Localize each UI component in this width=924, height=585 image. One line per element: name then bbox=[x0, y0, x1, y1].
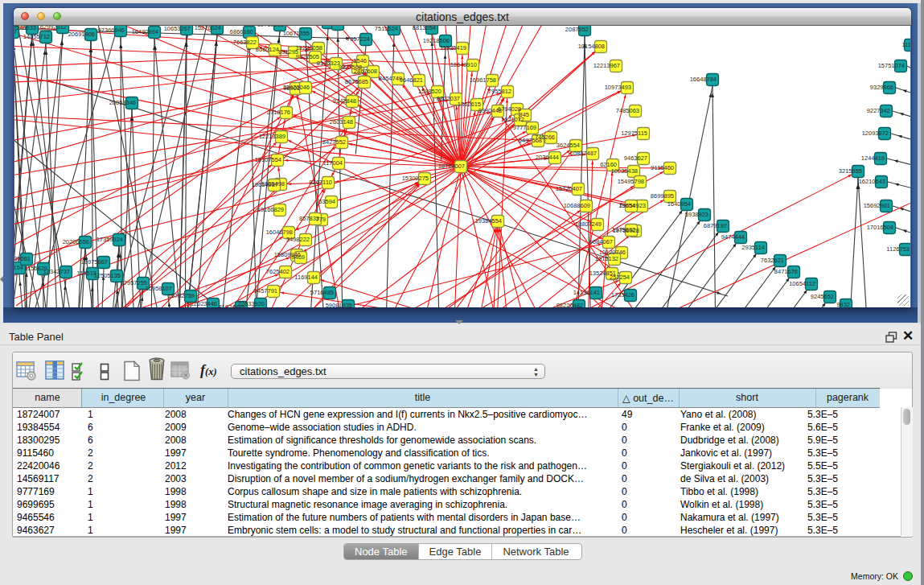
svg-text:62992312: 62992312 bbox=[40, 26, 67, 31]
svg-text:1615132: 1615132 bbox=[595, 255, 618, 262]
svg-text:7485063: 7485063 bbox=[616, 107, 639, 114]
svg-text:17016504: 17016504 bbox=[867, 224, 893, 231]
svg-text:9115460: 9115460 bbox=[651, 164, 674, 171]
svg-text:19654: 19654 bbox=[618, 202, 635, 209]
svg-text:16046798: 16046798 bbox=[266, 229, 293, 236]
svg-text:17957255: 17957255 bbox=[121, 279, 147, 286]
svg-text:18724007: 18724007 bbox=[438, 163, 465, 170]
svg-text:20206556: 20206556 bbox=[63, 238, 89, 245]
svg-text:12023446: 12023446 bbox=[191, 300, 217, 307]
svg-text:2087652: 2087652 bbox=[565, 26, 589, 33]
svg-text:15692901: 15692901 bbox=[864, 202, 890, 209]
svg-text:16480894: 16480894 bbox=[132, 28, 158, 35]
svg-text:10025438: 10025438 bbox=[611, 167, 638, 175]
svg-text:1640954: 1640954 bbox=[667, 200, 691, 208]
svg-text:1435061: 1435061 bbox=[14, 255, 31, 262]
svg-text:18807249: 18807249 bbox=[575, 220, 602, 228]
svg-text:1244419: 1244419 bbox=[861, 154, 885, 162]
svg-text:9327505: 9327505 bbox=[296, 53, 319, 60]
svg-text:9646821: 9646821 bbox=[400, 76, 423, 84]
svg-text:53594: 53594 bbox=[318, 198, 335, 205]
svg-text:8427552: 8427552 bbox=[322, 138, 346, 146]
svg-text:17359924: 17359924 bbox=[97, 236, 123, 243]
svg-text:8186323: 8186323 bbox=[317, 60, 340, 67]
svg-text:6879197: 6879197 bbox=[704, 222, 727, 229]
svg-text:10154808: 10154808 bbox=[578, 43, 605, 50]
svg-text:10671355: 10671355 bbox=[283, 30, 310, 37]
svg-text:7663822: 7663822 bbox=[233, 39, 257, 46]
svg-text:2935114: 2935114 bbox=[741, 244, 765, 251]
svg-text:30246633: 30246633 bbox=[14, 26, 36, 31]
svg-text:12975115: 12975115 bbox=[621, 130, 647, 137]
svg-text:1169144: 1169144 bbox=[294, 274, 318, 281]
svg-text:59081935: 59081935 bbox=[326, 302, 352, 307]
svg-text:8454749: 8454749 bbox=[379, 75, 402, 82]
svg-text:3215955: 3215955 bbox=[839, 167, 862, 175]
svg-text:8660124: 8660124 bbox=[256, 46, 279, 53]
svg-text:10973493: 10973493 bbox=[605, 84, 631, 91]
svg-text:19975867: 19975867 bbox=[81, 258, 108, 266]
svg-text:8675685: 8675685 bbox=[345, 78, 368, 85]
svg-text:2867608: 2867608 bbox=[354, 68, 377, 75]
svg-text:1975692: 1975692 bbox=[612, 226, 635, 233]
svg-text:117004: 117004 bbox=[323, 159, 343, 167]
svg-text:1117: 1117 bbox=[901, 41, 910, 48]
svg-text:1126753: 1126753 bbox=[886, 245, 910, 253]
svg-text:16210643: 16210643 bbox=[859, 178, 885, 185]
svg-text:9227342: 9227342 bbox=[867, 107, 890, 114]
svg-text:9474444: 9474444 bbox=[721, 233, 745, 241]
svg-text:9832: 9832 bbox=[836, 301, 850, 307]
svg-text:14136141: 14136141 bbox=[573, 289, 600, 296]
svg-text:10807487: 10807487 bbox=[570, 150, 597, 157]
svg-text:9242848: 9242848 bbox=[333, 97, 356, 105]
svg-text:19384554: 19384554 bbox=[475, 217, 502, 225]
svg-text:18640910: 18640910 bbox=[450, 61, 477, 68]
svg-text:16033809: 16033809 bbox=[315, 26, 342, 27]
svg-text:10958107: 10958107 bbox=[146, 285, 172, 292]
svg-text:16107554: 16107554 bbox=[255, 156, 281, 163]
svg-text:9084067: 9084067 bbox=[589, 238, 613, 245]
svg-text:2036444: 2036444 bbox=[536, 154, 559, 161]
svg-text:2603148: 2603148 bbox=[330, 118, 353, 126]
svg-text:16782759: 16782759 bbox=[168, 292, 195, 299]
svg-text:10654112: 10654112 bbox=[789, 280, 815, 287]
svg-text:12213967: 12213967 bbox=[593, 62, 620, 69]
svg-text:12505135: 12505135 bbox=[94, 272, 121, 279]
svg-text:9777169: 9777169 bbox=[513, 124, 536, 131]
svg-text:5716485: 5716485 bbox=[310, 289, 334, 296]
svg-text:1733426: 1733426 bbox=[611, 291, 634, 299]
svg-text:9457791: 9457791 bbox=[254, 287, 277, 295]
svg-text:16648784: 16648784 bbox=[690, 76, 717, 83]
svg-text:9463627: 9463627 bbox=[624, 154, 647, 162]
svg-text:19654987: 19654987 bbox=[252, 181, 278, 188]
svg-text:5938923: 5938923 bbox=[685, 211, 708, 218]
svg-text:1546: 1546 bbox=[353, 57, 367, 64]
svg-text:746266: 746266 bbox=[535, 134, 555, 141]
svg-text:12213389: 12213389 bbox=[259, 133, 285, 140]
svg-text:15276024: 15276024 bbox=[195, 26, 221, 31]
svg-text:3624554: 3624554 bbox=[556, 142, 580, 149]
svg-text:88220482: 88220482 bbox=[556, 302, 583, 307]
svg-text:7955812: 7955812 bbox=[488, 88, 511, 95]
svg-text:8822037: 8822037 bbox=[437, 95, 460, 102]
svg-text:3498222: 3498222 bbox=[286, 236, 310, 243]
svg-text:1588520: 1588520 bbox=[418, 88, 441, 95]
svg-text:6866160: 6866160 bbox=[230, 28, 253, 35]
svg-text:10719155: 10719155 bbox=[257, 26, 284, 28]
svg-text:7515524: 7515524 bbox=[375, 26, 398, 32]
svg-text:8813054: 8813054 bbox=[413, 26, 436, 31]
svg-text:20053346: 20053346 bbox=[109, 99, 136, 106]
svg-text:20691406: 20691406 bbox=[68, 31, 95, 38]
svg-text:10653267: 10653267 bbox=[164, 26, 191, 32]
svg-text:8471676: 8471676 bbox=[774, 268, 798, 275]
svg-text:39154: 39154 bbox=[14, 264, 23, 271]
svg-text:9329966: 9329966 bbox=[870, 84, 893, 91]
svg-text:7957224: 7957224 bbox=[347, 35, 370, 43]
svg-text:857833: 857833 bbox=[299, 215, 319, 222]
svg-text:97366946: 97366946 bbox=[98, 27, 125, 34]
svg-text:22633920: 22633920 bbox=[238, 300, 265, 307]
svg-text:10688609: 10688609 bbox=[564, 202, 590, 209]
svg-text:7625402: 7625402 bbox=[266, 268, 290, 275]
svg-text:19166829: 19166829 bbox=[257, 206, 284, 213]
svg-text:8267110: 8267110 bbox=[309, 179, 332, 186]
